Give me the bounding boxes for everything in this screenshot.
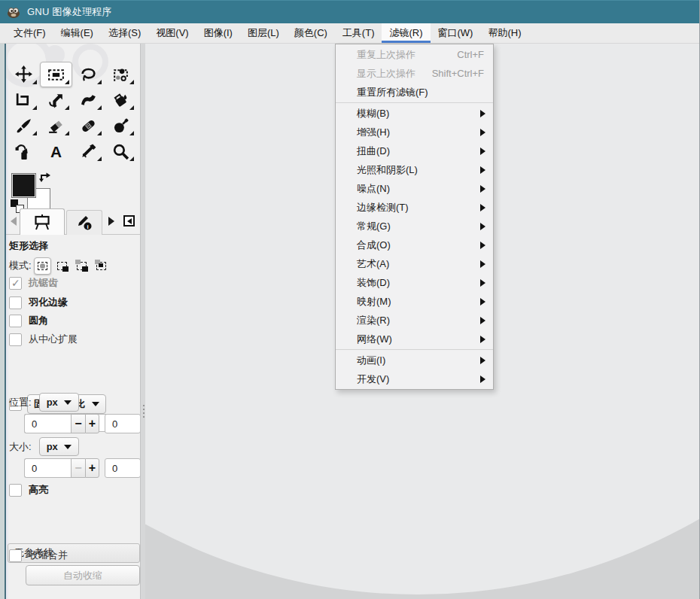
antialiasing-option[interactable]: 抗锯齿 <box>9 275 58 290</box>
position-unit-dropdown[interactable]: px <box>39 393 79 412</box>
warp-transform-tool-button[interactable] <box>72 87 105 113</box>
antialiasing-checkbox[interactable] <box>9 277 22 290</box>
submenu-arrow-icon <box>480 260 485 268</box>
shrink-merged-label: 收缩合并 <box>29 549 68 562</box>
tab-device-status[interactable]: i <box>66 210 102 235</box>
title-bar[interactable]: GNU 图像处理程序 <box>0 0 699 23</box>
zoom-tool-button[interactable] <box>105 138 137 164</box>
menu-submenu-item[interactable]: 开发(V) <box>336 369 493 388</box>
free-select-tool-button[interactable] <box>72 62 105 87</box>
menu-submenu-item[interactable]: 扭曲(D) <box>336 141 493 160</box>
rounded-corners-checkbox[interactable] <box>9 315 22 327</box>
position-x-input[interactable]: 0 <box>24 414 71 433</box>
size-width-plus-button[interactable]: + <box>85 458 99 478</box>
mode-intersect-button[interactable] <box>93 257 110 275</box>
filters-menu-categories: 模糊(B) 增强(H) 扭曲(D) 光照和阴影(L) <box>336 104 493 348</box>
size-width-input[interactable]: 0 <box>24 458 71 478</box>
menu-submenu-item[interactable]: 合成(O) <box>336 236 493 254</box>
menu-submenu-item[interactable]: 渲染(R) <box>336 311 493 330</box>
position-row: 位置: px <box>9 393 79 412</box>
mode-subtract-button[interactable] <box>73 257 90 275</box>
menu-bar-item[interactable]: 滤镜(R) <box>382 23 430 43</box>
eraser-tool-button[interactable] <box>40 113 72 138</box>
menu-submenu-item[interactable]: 噪点(N) <box>336 179 493 198</box>
menu-bar-item[interactable]: 视图(V) <box>148 23 196 43</box>
highlight-option[interactable]: 高亮 <box>9 482 48 497</box>
bucket-fill-tool-button[interactable] <box>105 87 137 113</box>
menu-bar-item[interactable]: 图层(L) <box>240 23 287 43</box>
expand-from-center-checkbox[interactable] <box>9 333 22 346</box>
fuzzy-select-tool-button[interactable] <box>105 62 137 87</box>
position-x-plus-button[interactable]: + <box>85 414 99 433</box>
size-unit-value: px <box>47 441 58 452</box>
submenu-arrow-icon <box>480 279 485 287</box>
size-width-minus-button[interactable]: − <box>71 458 85 478</box>
lasso-icon <box>79 65 98 84</box>
panel-resize-divider[interactable] <box>140 44 145 599</box>
dodge-burn-tool-button[interactable] <box>105 113 137 138</box>
shrink-merged-checkbox[interactable] <box>9 549 22 562</box>
menu-bar-item[interactable]: 窗口(W) <box>431 23 481 43</box>
menu-bar-item[interactable]: 工具(T) <box>335 23 382 43</box>
menu-command-item[interactable]: 重置所有滤镜(F) <box>336 83 493 102</box>
menu-submenu-item[interactable]: 艺术(A) <box>336 254 493 273</box>
menu-submenu-item[interactable]: 映射(M) <box>336 292 493 311</box>
menu-submenu-item[interactable]: 常规(G) <box>336 217 493 236</box>
crop-tool-button[interactable] <box>8 87 40 113</box>
tab-menu-icon[interactable] <box>123 215 135 227</box>
menu-submenu-item[interactable]: 增强(H) <box>336 123 493 141</box>
move-tool-button[interactable] <box>8 62 40 87</box>
heal-bandaid-icon <box>79 117 98 135</box>
magnifier-icon <box>111 142 130 161</box>
feather-edges-checkbox[interactable] <box>9 296 22 309</box>
menu-command-item[interactable]: 重复上次操作 Ctrl+F <box>336 45 493 64</box>
menu-item-label: 扭曲(D) <box>357 144 480 158</box>
auto-shrink-button[interactable]: 自动收缩 <box>26 565 140 585</box>
transform-icon <box>47 91 65 110</box>
foreground-color-swatch[interactable] <box>12 174 35 197</box>
menu-submenu-item[interactable]: 装饰(D) <box>336 273 493 292</box>
position-x-minus-button[interactable]: − <box>71 414 85 433</box>
menu-bar-item-label: 编辑(E) <box>61 26 93 40</box>
size-height-input[interactable]: 0 <box>105 458 140 478</box>
unified-transform-tool-button[interactable] <box>40 87 72 113</box>
shrink-merged-option[interactable]: 收缩合并 <box>9 548 68 563</box>
menu-bar-item[interactable]: 图像(I) <box>196 23 240 43</box>
menu-bar: 文件(F) 编辑(E) 选择(S) 视图(V) 图像(I) 图层(L) 颜色 <box>0 23 699 44</box>
menu-bar-item[interactable]: 文件(F) <box>6 23 53 43</box>
position-label: 位置: <box>9 396 32 409</box>
mode-add-button[interactable] <box>53 257 71 275</box>
menu-bar-item[interactable]: 帮助(H) <box>480 23 528 43</box>
mode-replace-button[interactable] <box>34 257 51 275</box>
heal-tool-button[interactable] <box>72 113 105 138</box>
color-picker-tool-button[interactable] <box>72 138 105 164</box>
menu-command-item[interactable]: 显示上次操作 Shift+Ctrl+F <box>336 64 493 83</box>
size-unit-dropdown[interactable]: px <box>39 437 79 456</box>
menu-submenu-item[interactable]: 动画(I) <box>336 351 493 369</box>
text-icon: A <box>47 142 65 161</box>
menu-submenu-item[interactable]: 光照和阴影(L) <box>336 160 493 179</box>
submenu-arrow-icon <box>480 376 485 383</box>
rounded-corners-option[interactable]: 圆角 <box>9 313 48 328</box>
menu-bar-item[interactable]: 选择(S) <box>101 23 148 43</box>
rectangle-select-tool-button[interactable] <box>40 62 72 87</box>
menu-bar-item[interactable]: 颜色(C) <box>287 23 335 43</box>
tabs-scroll-left-icon[interactable] <box>11 217 17 226</box>
position-y-input[interactable]: 0 <box>105 414 140 433</box>
tab-tool-options[interactable] <box>20 208 65 235</box>
expand-from-center-option[interactable]: 从中心扩展 <box>9 332 78 347</box>
tool-group-arrow-icon <box>32 131 37 135</box>
feather-edges-option[interactable]: 羽化边缘 <box>9 295 68 310</box>
menu-submenu-item[interactable]: 边缘检测(T) <box>336 198 493 217</box>
menu-item-label: 边缘检测(T) <box>357 201 480 214</box>
swap-colors-icon[interactable] <box>39 172 51 186</box>
menu-submenu-item[interactable]: 网络(W) <box>336 330 493 348</box>
menu-item-shortcut: Shift+Ctrl+F <box>432 68 484 79</box>
text-tool-button[interactable]: A <box>40 138 72 164</box>
tabs-scroll-right-icon[interactable] <box>108 217 114 226</box>
paths-tool-button[interactable] <box>8 138 40 164</box>
paintbrush-tool-button[interactable] <box>8 113 40 138</box>
menu-submenu-item[interactable]: 模糊(B) <box>336 104 493 123</box>
menu-bar-item[interactable]: 编辑(E) <box>53 23 101 43</box>
highlight-checkbox[interactable] <box>9 484 22 497</box>
